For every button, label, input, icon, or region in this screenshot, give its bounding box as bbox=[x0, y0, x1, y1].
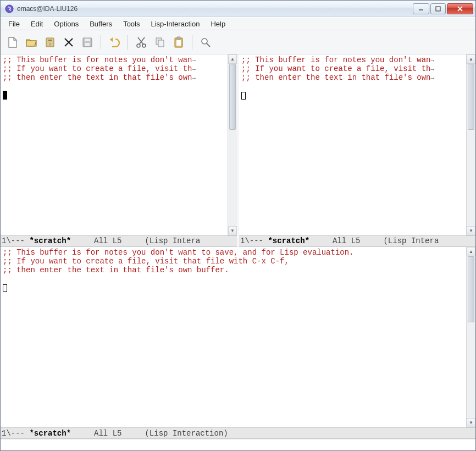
open-file-button[interactable] bbox=[23, 34, 40, 51]
menu-options[interactable]: Options bbox=[48, 18, 84, 30]
scroll-track[interactable] bbox=[467, 64, 475, 226]
scroll-up-button[interactable]: ▲ bbox=[467, 54, 475, 64]
menu-file[interactable]: File bbox=[3, 18, 25, 30]
svg-line-3 bbox=[458, 7, 462, 11]
cut-button[interactable] bbox=[132, 34, 150, 51]
scroll-down-button[interactable]: ▼ bbox=[467, 418, 475, 427]
wrap-arrow-icon: → bbox=[192, 66, 196, 73]
modeline-mode: (Lisp Intera bbox=[145, 237, 200, 245]
scroll-track[interactable] bbox=[228, 64, 237, 226]
scrollbar-top-left[interactable]: ▲ ▼ bbox=[228, 54, 237, 235]
copy-button[interactable] bbox=[151, 34, 169, 51]
svg-point-22 bbox=[202, 38, 207, 44]
text-cursor-active bbox=[3, 91, 7, 100]
comment-line: ;; This buffer is for notes you don't wa… bbox=[241, 56, 430, 64]
scroll-track[interactable] bbox=[467, 256, 475, 419]
svg-rect-2 bbox=[436, 7, 440, 11]
scroll-down-button[interactable]: ▼ bbox=[467, 226, 475, 235]
svg-point-13 bbox=[137, 44, 140, 47]
wrap-arrow-icon: → bbox=[430, 75, 434, 81]
svg-line-4 bbox=[458, 7, 462, 11]
comment-line: ;; This buffer is for notes you don't wa… bbox=[3, 56, 192, 64]
paste-button[interactable] bbox=[170, 34, 187, 51]
buffer-top-right[interactable]: ;; This buffer is for notes you don't wa… bbox=[239, 54, 466, 235]
modeline-position: All L5 bbox=[309, 237, 383, 245]
svg-rect-6 bbox=[48, 40, 52, 41]
scroll-up-button[interactable]: ▲ bbox=[467, 247, 475, 256]
wrap-arrow-icon: → bbox=[192, 57, 196, 64]
buffer-top-left[interactable]: ;; This buffer is for notes you don't wa… bbox=[1, 54, 228, 235]
pane-bottom: ;; This buffer is for notes you don't wa… bbox=[1, 247, 475, 439]
scrollbar-bottom[interactable]: ▲ ▼ bbox=[466, 247, 475, 428]
modeline-buffer-name: *scratch* bbox=[29, 237, 71, 245]
save-button[interactable] bbox=[79, 34, 96, 51]
search-button[interactable] bbox=[197, 34, 214, 51]
svg-rect-20 bbox=[177, 37, 180, 39]
top-panes: ;; This buffer is for notes you don't wa… bbox=[1, 54, 475, 247]
modeline-position: All L5 bbox=[71, 237, 145, 245]
minibuffer[interactable] bbox=[1, 439, 475, 450]
modeline-position: All L5 bbox=[71, 429, 145, 438]
minimize-button[interactable] bbox=[413, 3, 429, 14]
svg-line-23 bbox=[207, 43, 210, 47]
menu-buffers[interactable]: Buffers bbox=[84, 18, 118, 30]
modeline-top-right[interactable]: 1\--- *scratch* All L5 (Lisp Intera bbox=[239, 235, 475, 247]
menu-tools[interactable]: Tools bbox=[118, 18, 145, 30]
dired-button[interactable] bbox=[41, 34, 59, 51]
menu-help[interactable]: Help bbox=[205, 18, 231, 30]
window-controls bbox=[412, 3, 473, 14]
scroll-up-button[interactable]: ▲ bbox=[228, 54, 237, 64]
comment-line: ;; If you want to create a file, visit t… bbox=[241, 64, 430, 73]
svg-line-16 bbox=[138, 37, 143, 45]
modeline-buffer-name: *scratch* bbox=[268, 237, 309, 245]
wrap-arrow-icon: → bbox=[430, 57, 434, 64]
modeline-prefix: 1\--- bbox=[2, 429, 29, 438]
workspace: ;; This buffer is for notes you don't wa… bbox=[1, 54, 475, 450]
comment-line: ;; If you want to create a file, visit t… bbox=[3, 64, 192, 73]
scroll-thumb[interactable] bbox=[468, 64, 474, 130]
comment-line: ;; then enter the text in that file's ow… bbox=[241, 73, 430, 82]
emacs-icon bbox=[5, 4, 14, 13]
svg-point-14 bbox=[142, 44, 146, 47]
svg-rect-21 bbox=[176, 40, 181, 46]
buffer-bottom[interactable]: ;; This buffer is for notes you don't wa… bbox=[1, 247, 466, 428]
menubar: File Edit Options Buffers Tools Lisp-Int… bbox=[1, 17, 475, 30]
toolbar bbox=[1, 30, 475, 54]
scrollbar-top-right[interactable]: ▲ ▼ bbox=[466, 54, 475, 235]
modeline-prefix: 1\--- bbox=[2, 237, 29, 245]
pane-top-left: ;; This buffer is for notes you don't wa… bbox=[1, 54, 237, 247]
maximize-button[interactable] bbox=[430, 3, 446, 14]
new-file-button[interactable] bbox=[4, 34, 21, 51]
wrap-arrow-icon: → bbox=[192, 75, 196, 81]
menu-edit[interactable]: Edit bbox=[25, 18, 48, 30]
modeline-bottom[interactable]: 1\--- *scratch* All L5 (Lisp Interaction… bbox=[1, 427, 475, 439]
modeline-buffer-name: *scratch* bbox=[29, 429, 71, 438]
svg-rect-18 bbox=[158, 40, 164, 47]
comment-line: ;; This buffer is for notes you don't wa… bbox=[3, 248, 354, 257]
text-cursor-inactive bbox=[3, 284, 7, 292]
modeline-mode: (Lisp Intera bbox=[383, 237, 439, 245]
modeline-top-left[interactable]: 1\--- *scratch* All L5 (Lisp Intera bbox=[1, 235, 237, 247]
comment-line: ;; If you want to create a file, visit t… bbox=[3, 257, 289, 266]
titlebar[interactable]: emacs@IDA-LIU126 bbox=[1, 1, 475, 17]
toolbar-separator bbox=[101, 35, 101, 50]
pane-top-right: ;; This buffer is for notes you don't wa… bbox=[239, 54, 475, 247]
kill-buffer-button[interactable] bbox=[60, 34, 78, 51]
svg-line-15 bbox=[139, 37, 145, 45]
svg-rect-11 bbox=[85, 38, 90, 41]
svg-point-0 bbox=[5, 5, 13, 13]
scroll-down-button[interactable]: ▼ bbox=[228, 226, 237, 235]
emacs-window: emacs@IDA-LIU126 File Edit Options Buffe… bbox=[0, 0, 476, 451]
undo-button[interactable] bbox=[106, 34, 123, 51]
comment-line: ;; then enter the text in that file's ow… bbox=[3, 266, 229, 274]
scroll-thumb[interactable] bbox=[468, 256, 474, 322]
toolbar-separator bbox=[192, 35, 192, 50]
modeline-prefix: 1\--- bbox=[240, 237, 268, 245]
window-title: emacs@IDA-LIU126 bbox=[17, 5, 412, 13]
comment-line: ;; then enter the text in that file's ow… bbox=[3, 73, 192, 82]
toolbar-separator bbox=[128, 35, 128, 50]
menu-lisp-interaction[interactable]: Lisp-Interaction bbox=[145, 18, 205, 30]
close-button[interactable] bbox=[447, 3, 473, 14]
scroll-thumb[interactable] bbox=[229, 64, 236, 130]
modeline-mode: (Lisp Interaction) bbox=[145, 429, 228, 438]
